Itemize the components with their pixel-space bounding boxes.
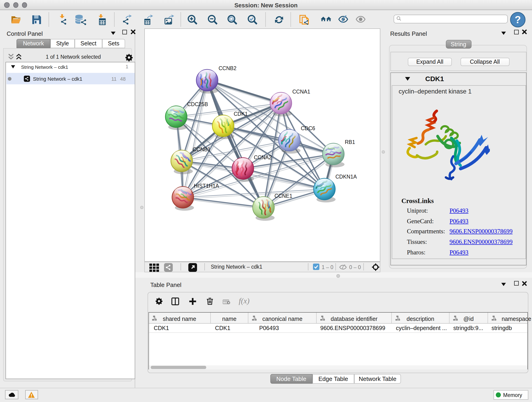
svg-text:CDC25B: CDC25B [187, 101, 208, 107]
svg-text:CDK1: CDK1 [234, 111, 248, 117]
svg-text:RB1: RB1 [345, 139, 355, 145]
svg-text:CCNE1: CCNE1 [274, 193, 292, 199]
svg-text:CDKN1A: CDKN1A [336, 174, 357, 180]
svg-text:?: ? [515, 14, 521, 25]
svg-text:CCNB1: CCNB1 [193, 147, 210, 153]
svg-text:CCNA2: CCNA2 [254, 154, 272, 160]
svg-text:CCNB2: CCNB2 [219, 65, 236, 71]
svg-text:CCNA1: CCNA1 [292, 89, 310, 95]
svg-text:HIST1H1A: HIST1H1A [194, 183, 219, 189]
svg-text:CDC6: CDC6 [301, 125, 315, 131]
